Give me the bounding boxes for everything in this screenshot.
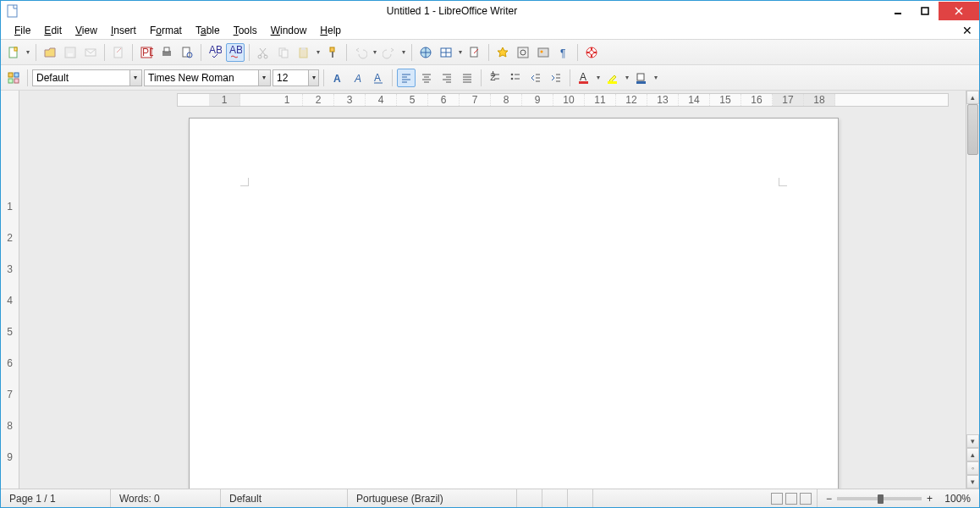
menu-view[interactable]: View (69, 23, 104, 38)
undo-button[interactable] (351, 43, 370, 62)
svg-rect-90 (637, 74, 644, 80)
status-page[interactable]: Page 1 / 1 (1, 489, 111, 507)
font-color-button[interactable]: A (575, 69, 593, 87)
open-button[interactable] (41, 43, 59, 62)
print-button[interactable] (157, 43, 176, 62)
paragraph-style-combo[interactable]: ▾ (32, 69, 142, 86)
menu-tools[interactable]: Tools (227, 23, 264, 38)
status-insert-mode[interactable] (517, 489, 542, 507)
align-center-button[interactable] (417, 69, 436, 87)
zoom-slider[interactable] (837, 497, 922, 500)
menu-help[interactable]: Help (313, 23, 348, 38)
decrease-indent-button[interactable] (526, 69, 545, 87)
paste-button[interactable] (295, 43, 313, 62)
insert-table-dropdown[interactable]: ▾ (457, 43, 464, 62)
scroll-track[interactable] (966, 104, 979, 434)
numbered-list-button[interactable]: 12 (486, 69, 504, 87)
close-document-button[interactable]: ✕ (962, 24, 972, 37)
single-page-view-icon[interactable] (771, 493, 783, 505)
spelling-button[interactable]: ABC (206, 43, 224, 62)
next-page-button[interactable]: ▾ (966, 475, 979, 489)
font-size-combo[interactable]: ▾ (273, 69, 319, 86)
print-preview-button[interactable] (178, 43, 196, 62)
paragraph-style-dropdown[interactable]: ▾ (129, 70, 141, 86)
document-page[interactable] (189, 118, 839, 489)
show-draw-functions-button[interactable] (465, 43, 484, 62)
menu-window[interactable]: Window (264, 23, 314, 38)
highlight-color-dropdown[interactable]: ▾ (624, 69, 630, 87)
font-size-input[interactable] (273, 72, 308, 84)
redo-button[interactable] (380, 43, 399, 62)
help-button[interactable] (582, 43, 601, 62)
align-right-button[interactable] (438, 69, 456, 87)
highlight-color-button[interactable] (603, 69, 622, 87)
vruler-tick: 6 (7, 347, 13, 378)
page-area[interactable] (19, 109, 966, 489)
bullet-list-button[interactable] (506, 69, 525, 87)
hyperlink-button[interactable] (416, 43, 435, 62)
zoom-percent[interactable]: 100% (941, 489, 979, 507)
prev-page-button[interactable]: ▴ (966, 448, 979, 461)
font-size-dropdown[interactable]: ▾ (308, 70, 318, 86)
status-selection-mode[interactable] (542, 489, 568, 507)
cut-button[interactable] (254, 43, 273, 62)
underline-button[interactable]: A (369, 69, 388, 87)
svg-rect-87 (579, 81, 588, 84)
status-language[interactable]: Portuguese (Brazil) (348, 489, 517, 507)
zoom-in-button[interactable]: + (927, 493, 933, 505)
navigation-button[interactable]: ◦ (966, 461, 979, 475)
zoom-out-button[interactable]: − (826, 493, 832, 505)
font-name-combo[interactable]: ▾ (144, 69, 271, 86)
font-name-input[interactable] (145, 72, 258, 84)
status-words[interactable]: Words: 0 (111, 489, 221, 507)
scroll-down-button[interactable]: ▾ (966, 434, 979, 448)
save-button[interactable] (61, 43, 80, 62)
status-style[interactable]: Default (221, 489, 348, 507)
vertical-ruler[interactable]: 1 2 3 4 5 6 7 8 9 (1, 91, 19, 489)
justify-button[interactable] (458, 69, 476, 87)
scroll-thumb[interactable] (967, 104, 978, 155)
book-view-icon[interactable] (800, 493, 812, 505)
new-dropdown[interactable]: ▾ (25, 43, 31, 62)
redo-dropdown[interactable]: ▾ (400, 43, 407, 62)
maximize-button[interactable] (911, 2, 939, 20)
styles-window-button[interactable] (4, 69, 23, 87)
multi-page-view-icon[interactable] (785, 493, 797, 505)
zoom-slider-thumb[interactable] (878, 494, 884, 504)
increase-indent-button[interactable] (547, 69, 565, 87)
hruler-tick: 4 (366, 94, 397, 106)
align-left-button[interactable] (397, 69, 416, 87)
find-replace-button[interactable] (493, 43, 512, 62)
format-paintbrush-button[interactable] (323, 43, 342, 62)
status-signature[interactable] (568, 489, 593, 507)
horizontal-ruler[interactable]: 1 1 2 3 4 5 6 7 8 9 10 11 12 13 14 15 16… (177, 93, 949, 107)
new-button[interactable] (4, 43, 23, 62)
font-name-dropdown[interactable]: ▾ (258, 70, 270, 86)
auto-spellcheck-button[interactable]: ABC (226, 43, 245, 62)
paragraph-style-input[interactable] (33, 72, 129, 84)
close-button[interactable] (939, 2, 979, 20)
menu-edit[interactable]: Edit (37, 23, 69, 38)
gallery-button[interactable] (534, 43, 553, 62)
nonprinting-chars-button[interactable]: ¶ (554, 43, 573, 62)
insert-table-button[interactable] (437, 43, 455, 62)
email-button[interactable] (81, 43, 100, 62)
scroll-up-button[interactable]: ▴ (966, 91, 979, 104)
minimize-button[interactable] (884, 2, 911, 20)
background-color-button[interactable] (632, 69, 651, 87)
menu-insert[interactable]: Insert (104, 23, 143, 38)
bold-button[interactable]: A (328, 69, 347, 87)
paste-dropdown[interactable]: ▾ (315, 43, 322, 62)
font-color-dropdown[interactable]: ▾ (595, 69, 602, 87)
vertical-scrollbar[interactable]: ▴ ▾ ▴ ◦ ▾ (966, 91, 979, 489)
undo-dropdown[interactable]: ▾ (372, 43, 378, 62)
menu-format[interactable]: Format (143, 23, 189, 38)
background-color-dropdown[interactable]: ▾ (652, 69, 659, 87)
navigator-button[interactable] (514, 43, 532, 62)
export-pdf-button[interactable]: PDF (137, 43, 156, 62)
menu-file[interactable]: File (8, 23, 37, 38)
menu-table[interactable]: Table (189, 23, 227, 38)
edit-file-button[interactable] (109, 43, 128, 62)
copy-button[interactable] (274, 43, 293, 62)
italic-button[interactable]: A (349, 69, 367, 87)
